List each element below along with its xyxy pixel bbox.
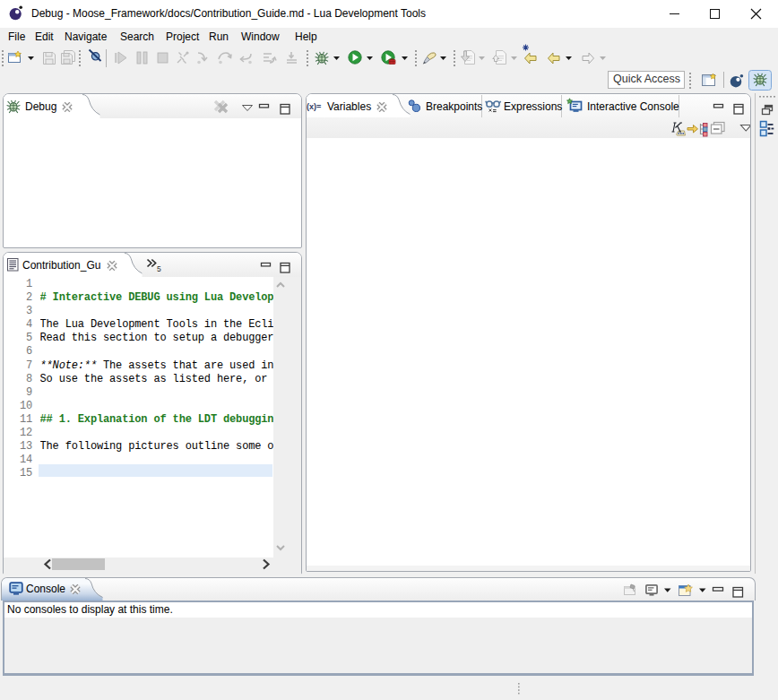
svg-text:(x)=: (x)= [307,102,321,111]
svg-text:5: 5 [157,264,161,273]
